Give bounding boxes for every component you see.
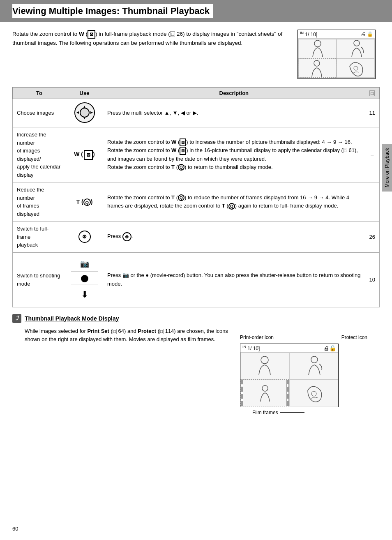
table-section: To Use Description □ Choose images ▲ ▼ ◀ — [0, 87, 392, 307]
display-icons: 🖨 🔒 — [361, 31, 373, 37]
page-number: 60 — [12, 526, 18, 532]
table-row: Switch to full-frameplayback ⊛ Press ⊛. … — [13, 222, 380, 253]
row1-desc: Press the multi selector ▲, ▼, ◀ or ▶. — [103, 99, 365, 127]
bottom-section: While images selected for Print Set (□ 6… — [12, 327, 380, 424]
row3-use: T (Q) — [66, 182, 103, 222]
row5-desc: Press 📷 or the ● (movie-record) button. … — [103, 252, 365, 307]
svg-point-4 — [261, 356, 268, 364]
row5-use: 📷 ⬇ — [66, 252, 103, 307]
svg-point-5 — [311, 356, 318, 363]
svg-point-7 — [311, 391, 316, 396]
bottom-camera-display: IN 1/ 10] 🖨🔒 — [240, 344, 339, 407]
note-body-text: While images selected for Print Set (□ 6… — [25, 327, 232, 415]
svg-point-1 — [354, 40, 360, 46]
note-section: ℐ Thumbnail Playback Mode Display While … — [0, 307, 392, 428]
row3-desc: Rotate the zoom control to T (Q) to redu… — [103, 182, 365, 222]
intro-section: Rotate the zoom control to W (⊠) in full… — [0, 22, 392, 83]
row1-to: Choose images — [13, 99, 66, 127]
protect-icon-label: Protect icon — [341, 335, 367, 340]
svg-point-0 — [314, 40, 321, 47]
operations-table: To Use Description □ Choose images ▲ ▼ ◀ — [12, 87, 380, 307]
row2-ref: – — [365, 127, 379, 182]
row4-desc: Press ⊛. — [103, 222, 365, 253]
header-use: Use — [66, 88, 103, 99]
header-to: To — [13, 88, 66, 99]
row5-to: Switch to shootingmode — [13, 252, 66, 307]
row4-to: Switch to full-frameplayback — [13, 222, 66, 253]
table-row: Switch to shootingmode 📷 ⬇ — [13, 252, 380, 307]
header-ref: □ — [365, 88, 379, 99]
svg-point-6 — [262, 385, 268, 391]
intro-text: Rotate the zoom control to W (⊠) in full… — [12, 30, 289, 79]
row3-to: Reduce the numberof frames displayed — [13, 182, 66, 222]
intro-camera-display: IN 1/ 10] 🖨 🔒 — [297, 30, 380, 79]
row2-use: W (⊠) — [66, 127, 103, 182]
bottom-display-icons: 🖨🔒 — [323, 345, 336, 351]
table-row: Reduce the numberof frames displayed T (… — [13, 182, 380, 222]
note-header: ℐ Thumbnail Playback Mode Display — [12, 314, 380, 323]
svg-point-3 — [354, 66, 358, 70]
film-frames-label: Film frames — [252, 410, 278, 415]
intro-paragraph: Rotate the zoom control to W (⊠) in full… — [12, 31, 282, 46]
note-title: Thumbnail Playback Mode Display — [25, 315, 119, 322]
print-order-label: Print-order icon — [240, 335, 274, 340]
row5-ref: 10 — [365, 252, 379, 307]
row4-use: ⊛ — [66, 222, 103, 253]
note-icon: ℐ — [12, 314, 21, 323]
header-description: Description — [103, 88, 365, 99]
row1-use: ▲ ▼ ◀ ▶ — [66, 99, 103, 127]
svg-point-2 — [314, 60, 320, 66]
table-row: Choose images ▲ ▼ ◀ ▶ — [13, 99, 380, 127]
row2-to: Increase the numberof images displayed/a… — [13, 127, 66, 182]
row3-ref — [365, 182, 379, 222]
table-row: Increase the numberof images displayed/a… — [13, 127, 380, 182]
page-header: Viewing Multiple Images: Thumbnail Playb… — [0, 0, 392, 22]
bottom-camera-diagram: Print-order icon Protect icon IN 1/ 10] … — [240, 327, 367, 415]
row1-ref: 11 — [365, 99, 379, 127]
row2-desc: Rotate the zoom control to W (⊠) to incr… — [103, 127, 365, 182]
page-title: Viewing Multiple Images: Thumbnail Playb… — [12, 4, 213, 18]
row4-ref: 26 — [365, 222, 379, 253]
display-bracket: IN 1/ 10] — [300, 31, 317, 37]
side-label: More on Playback — [382, 144, 392, 192]
bottom-display-bracket: IN 1/ 10] — [242, 345, 260, 351]
